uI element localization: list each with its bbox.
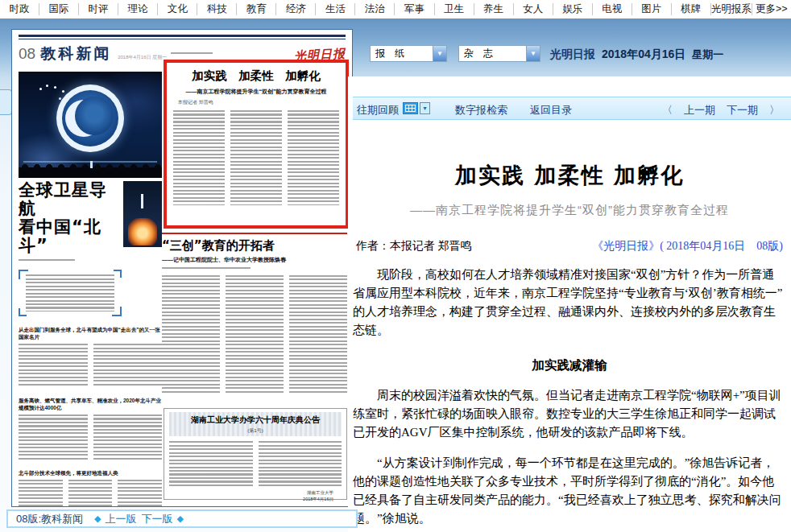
beidou-logo-disc bbox=[62, 90, 118, 146]
diamond-icon: ◆ bbox=[94, 513, 101, 524]
nav-item-tupian[interactable]: 图片 bbox=[632, 3, 672, 15]
next-page-link[interactable]: 下一版 bbox=[142, 512, 173, 526]
column-text-placeholder bbox=[173, 110, 339, 205]
article-subtitle: ——南京工程学院将提升学生“双创”能力贯穿教育全过程 bbox=[348, 203, 791, 218]
column-text-placeholder bbox=[19, 480, 162, 507]
prev-issue-link[interactable]: 上一期 bbox=[684, 103, 715, 118]
featured-headline: 加实践 加柔性 加孵化 bbox=[173, 68, 339, 84]
dropdown-arrow-icon[interactable]: ▼ bbox=[433, 46, 446, 61]
university-notice[interactable]: 湖南工业大学办学六十周年庆典公告 (第1号) 湖南工业大学 2018年4月16日 bbox=[164, 408, 347, 500]
nav-item-yule[interactable]: 娱乐 bbox=[553, 3, 593, 15]
nav-item-shenghuo[interactable]: 生活 bbox=[316, 3, 355, 15]
calendar-dropdown-icon[interactable]: ▼ bbox=[420, 102, 430, 114]
masthead-row: 光明日报 2018年04月16日 星期一 bbox=[550, 47, 723, 62]
nav-item-qipai[interactable]: 棋牌 bbox=[672, 3, 711, 15]
past-issues-link[interactable]: 往期回顾 bbox=[357, 103, 399, 118]
beidou-stage-photo[interactable] bbox=[19, 72, 162, 178]
notice-issue-no: (第1号) bbox=[171, 427, 340, 435]
byline-placeholder bbox=[19, 259, 75, 263]
article-paragraph: “从方案设计到制作完成，每一个环节都是在这里完成的。”徐旭告诉记者，他的课题创造… bbox=[353, 454, 786, 528]
sidebar-collapse-tab[interactable] bbox=[0, 89, 12, 115]
red-rule bbox=[162, 233, 347, 234]
diamond-icon: ◆ bbox=[177, 513, 184, 524]
star-dots bbox=[46, 85, 48, 87]
beidou-logo bbox=[56, 85, 124, 152]
page-date-line: 2018年4月16日 星期一 bbox=[118, 54, 167, 61]
prev-issue-bracket[interactable]: 〈 bbox=[662, 103, 673, 118]
article-source[interactable]: 《光明日报》( 2018年04月16日 08版) bbox=[592, 239, 783, 254]
issue-date: 2018年04月16日 bbox=[602, 47, 685, 62]
byline-placeholder bbox=[162, 267, 251, 270]
column-text-placeholder bbox=[19, 414, 162, 460]
nav-item-wenhua[interactable]: 文化 bbox=[158, 3, 197, 15]
nav-item-nvren[interactable]: 女人 bbox=[514, 3, 553, 15]
intro-text-placeholder bbox=[26, 274, 114, 311]
beidou-article[interactable]: 全球卫星导航 看中国“北斗” 从走出国门到服务全球，北斗有望成为中国“走出去”的… bbox=[19, 181, 162, 507]
magazine-select[interactable]: 杂 志 ▼ bbox=[458, 45, 540, 62]
article-paragraph: 现阶段，高校如何在人才培养领域精准对接国家“双创”方针？作为一所普通省属应用型本… bbox=[353, 266, 786, 340]
top-navbar: 时政 国际 时评 理论 文化 科技 教育 经济 生活 法治 军事 卫生 养生 女… bbox=[0, 0, 791, 19]
intro-box bbox=[19, 270, 122, 316]
article-author: 作者：本报记者 郑晋鸣 bbox=[356, 239, 472, 254]
nav-item-lilun[interactable]: 理论 bbox=[118, 3, 158, 15]
article-body: 现阶段，高校如何在人才培养领域精准对接国家“双创”方针？作为一所普通省属应用型本… bbox=[353, 266, 786, 528]
notice-signature: 湖南工业大学 2018年4月16日 bbox=[169, 489, 342, 502]
beidou-subhead-3: 北斗部分技术全球领先，将更好地造福人类 bbox=[19, 469, 162, 476]
notice-title: 湖南工业大学办学六十周年庆典公告 bbox=[171, 414, 340, 426]
calendar-picker[interactable]: ▼ bbox=[403, 102, 430, 114]
sanchuang-subtitle: ——记中国工程院院士、华中农业大学教授陈焕春 bbox=[162, 256, 347, 264]
beidou-subhead-1: 从走出国门到服务全球，北斗有望成为中国“走出去”的又一张国家名片 bbox=[19, 326, 162, 340]
nav-item-keji[interactable]: 科技 bbox=[197, 3, 237, 15]
nav-item-guoji[interactable]: 国际 bbox=[39, 3, 79, 15]
issue-weekday: 星期一 bbox=[692, 47, 723, 62]
nav-item-weisheng[interactable]: 卫生 bbox=[435, 3, 474, 15]
selected-article-highlight[interactable]: 加实践 加柔性 加孵化 ——南京工程学院将提升学生“双创”能力贯穿教育全过程 本… bbox=[164, 60, 349, 229]
featured-byline: 本报记者 郑晋鸣 bbox=[178, 99, 339, 106]
bracket-corner bbox=[114, 270, 122, 278]
nav-item-shiping[interactable]: 时评 bbox=[79, 3, 118, 15]
back-to-contents-link[interactable]: 返回目录 bbox=[530, 103, 572, 118]
next-issue-link[interactable]: 下一期 bbox=[727, 103, 758, 118]
digital-search-link[interactable]: 数字报检索 bbox=[455, 103, 507, 118]
sanchuang-headline: “三创”教育的开拓者 bbox=[162, 238, 347, 254]
beidou-headline: 全球卫星导航 看中国“北斗” bbox=[19, 181, 122, 255]
nav-item-jiaoyu[interactable]: 教育 bbox=[237, 3, 276, 15]
page-section-name: 教科新闻 bbox=[40, 43, 111, 64]
issue-toolbar: 往期回顾 ▼ 数字报检索 返回目录 〈 上一期 下一期 〉 bbox=[353, 97, 791, 120]
page-number: 08 bbox=[19, 45, 35, 63]
nav-item-fazhi[interactable]: 法治 bbox=[355, 3, 395, 15]
article-title: 加实践 加柔性 加孵化 bbox=[348, 161, 791, 190]
notice-header-band: 湖南工业大学办学六十周年庆典公告 (第1号) bbox=[169, 412, 342, 436]
audience-silhouette bbox=[19, 167, 162, 178]
nav-item-more[interactable]: 更多>> bbox=[752, 3, 791, 15]
nav-item-shizheng[interactable]: 时政 bbox=[0, 3, 39, 15]
rocket-launch-photo bbox=[123, 181, 162, 247]
column-text-placeholder bbox=[162, 275, 347, 393]
calendar-icon[interactable] bbox=[403, 102, 418, 114]
prev-page-link[interactable]: 上一版 bbox=[106, 512, 137, 526]
next-issue-bracket[interactable]: 〉 bbox=[769, 103, 780, 118]
pager-label: 08版:教科新闻 bbox=[16, 512, 83, 526]
nav-item-yangsheng[interactable]: 养生 bbox=[474, 3, 514, 15]
article-paragraph: 周末的校园洋溢着欢快的气氛。但当记者走进南京工程学院“物联网+”项目训练室时，紧… bbox=[353, 386, 786, 442]
nav-item-gmbaoxi[interactable]: 光明报系 bbox=[711, 3, 752, 15]
paper-select[interactable]: 报 纸 ▼ bbox=[370, 45, 447, 62]
speaker-figure bbox=[90, 161, 93, 168]
header-rule bbox=[19, 35, 346, 39]
magazine-select-value: 杂 志 bbox=[459, 47, 526, 60]
paper-select-value: 报 纸 bbox=[371, 47, 433, 60]
editor-text-placeholder bbox=[171, 52, 213, 56]
article-section-heading: 加实践减灌输 bbox=[353, 356, 786, 374]
nav-item-junshi[interactable]: 军事 bbox=[395, 3, 434, 15]
paper-name: 光明日报 bbox=[550, 47, 595, 62]
newspaper-page-thumbnail[interactable]: 08 教科新闻 2018年4月16日 星期一 光明日报 全球卫星导航 看中国“北… bbox=[11, 29, 353, 507]
sanchuang-article[interactable]: “三创”教育的开拓者 ——记中国工程院院士、华中农业大学教授陈焕春 bbox=[162, 233, 347, 393]
column-text-placeholder bbox=[19, 344, 162, 387]
article-panel: 加实践 加柔性 加孵化 ——南京工程学院将提升学生“双创”能力贯穿教育全过程 作… bbox=[348, 76, 791, 532]
nav-item-jingji[interactable]: 经济 bbox=[276, 3, 316, 15]
dropdown-arrow-icon[interactable]: ▼ bbox=[526, 46, 540, 61]
beidou-subhead-2: 服务高铁、燃气管道、共享单车、精准农业，2020年北斗产业规模预计达4000亿 bbox=[19, 397, 162, 411]
nav-item-dianshi[interactable]: 电视 bbox=[593, 3, 632, 15]
featured-subtitle: ——南京工程学院将提升学生“双创”能力贯穿教育全过程 bbox=[173, 88, 339, 96]
notice-text-placeholder bbox=[169, 441, 342, 486]
